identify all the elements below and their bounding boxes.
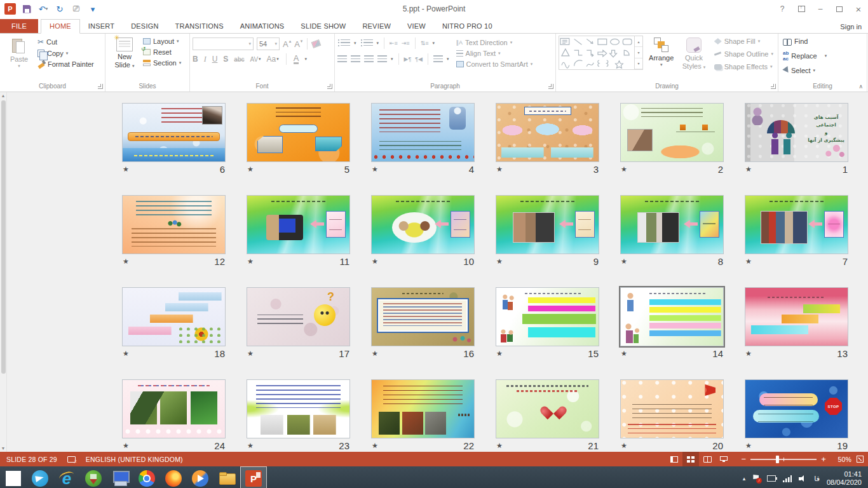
- shapes-scroll-down-icon[interactable]: ▾: [635, 47, 642, 58]
- collapse-ribbon-icon[interactable]: ∧: [858, 83, 863, 90]
- shapes-gallery[interactable]: ▴ ▾ ▾: [559, 36, 643, 70]
- zoom-level[interactable]: 50%: [832, 456, 851, 463]
- fit-to-window-button[interactable]: [851, 452, 868, 466]
- slide-6-thumbnail[interactable]: [122, 103, 226, 162]
- line-spacing-icon[interactable]: ⇅≡: [421, 40, 429, 46]
- ribbon-display-options-icon[interactable]: [792, 0, 811, 18]
- bullets-icon[interactable]: [341, 39, 350, 47]
- justify-icon[interactable]: [377, 55, 387, 63]
- zoom-slider[interactable]: [750, 459, 817, 460]
- tab-review[interactable]: REVIEW: [354, 20, 399, 33]
- normal-view-button[interactable]: [666, 452, 682, 466]
- redo-icon[interactable]: ↻: [53, 3, 66, 15]
- undo-icon[interactable]: ↶▾: [37, 3, 50, 15]
- tab-view[interactable]: VIEW: [399, 20, 434, 33]
- slide-14-thumbnail[interactable]: [620, 287, 724, 346]
- slide-13-thumbnail[interactable]: [745, 287, 848, 346]
- scroll-up-icon[interactable]: ▲: [1, 92, 6, 99]
- scroll-down-icon[interactable]: ▼: [1, 445, 6, 452]
- tab-slide-show[interactable]: SLIDE SHOW: [292, 20, 354, 33]
- network-signal-icon[interactable]: [783, 475, 792, 482]
- slide-3-thumbnail[interactable]: [496, 103, 599, 162]
- font-dialog-launcher[interactable]: [327, 84, 332, 89]
- taskbar-telegram-button[interactable]: [27, 466, 53, 488]
- arrange-button[interactable]: Arrange▾: [647, 36, 675, 67]
- font-name-combo[interactable]: ▾: [193, 37, 254, 50]
- find-button[interactable]: Find: [781, 37, 829, 46]
- bold-button[interactable]: B: [193, 55, 198, 64]
- shape-outline-button[interactable]: Shape Outline▾: [712, 50, 775, 58]
- slide-8-thumbnail[interactable]: [620, 195, 724, 254]
- change-case-button[interactable]: Aa▾: [267, 55, 279, 64]
- save-icon[interactable]: [20, 3, 33, 15]
- zoom-slider-thumb[interactable]: [776, 456, 779, 463]
- text-direction-button[interactable]: ∥AText Direction▾: [454, 38, 535, 47]
- taskbar-firefox-button[interactable]: [160, 466, 187, 488]
- slide-22-thumbnail[interactable]: [371, 379, 475, 438]
- drawing-dialog-launcher[interactable]: [771, 84, 776, 89]
- slide-17-thumbnail[interactable]: [247, 287, 350, 346]
- clock[interactable]: 01:41 08/04/2020: [827, 470, 862, 487]
- slide-sorter-view-button[interactable]: [682, 452, 699, 466]
- align-center-icon[interactable]: [351, 55, 360, 63]
- slide-19-thumbnail[interactable]: STOP: [745, 379, 848, 438]
- slide-16-thumbnail[interactable]: [371, 287, 475, 346]
- shapes-scroll-up-icon[interactable]: ▴: [635, 36, 642, 47]
- paste-button[interactable]: Paste▾: [3, 36, 36, 69]
- slide-5-thumbnail[interactable]: [247, 103, 350, 162]
- slide-10-thumbnail[interactable]: [371, 195, 475, 254]
- decrease-indent-icon[interactable]: ⇤≡: [390, 40, 398, 46]
- taskbar-chrome-button[interactable]: [133, 466, 160, 488]
- slide-9-thumbnail[interactable]: [496, 195, 599, 254]
- slide-2-thumbnail[interactable]: [620, 103, 724, 162]
- slide-20-thumbnail[interactable]: [620, 379, 724, 438]
- paragraph-dialog-launcher[interactable]: [548, 84, 553, 89]
- tab-insert[interactable]: INSERT: [80, 20, 123, 33]
- section-button[interactable]: Section▾: [141, 58, 183, 67]
- help-icon[interactable]: ?: [773, 0, 792, 18]
- underline-button[interactable]: U: [212, 55, 218, 64]
- ltr-direction-icon[interactable]: ▶¶: [404, 56, 412, 62]
- taskbar-wmp-button[interactable]: [187, 466, 214, 488]
- new-slide-button[interactable]: NewSlide ▾: [108, 36, 141, 70]
- columns-icon[interactable]: [433, 55, 443, 63]
- slide-1-thumbnail[interactable]: آسیب های اجتماعی و پیشگیری از آنها: [745, 103, 848, 162]
- taskbar-powerpoint-button[interactable]: P: [240, 466, 267, 488]
- spell-check-icon[interactable]: [67, 456, 76, 463]
- strikethrough-button[interactable]: abc: [234, 56, 244, 63]
- tab-nitro-pro-10[interactable]: NITRO PRO 10: [434, 20, 501, 33]
- taskbar-ie-button[interactable]: e: [53, 466, 80, 488]
- tab-file[interactable]: FILE: [0, 19, 38, 33]
- battery-icon[interactable]: [767, 475, 776, 482]
- zoom-in-button[interactable]: +: [821, 455, 826, 463]
- slide-show-button[interactable]: [715, 452, 732, 466]
- taskbar-start-button[interactable]: [0, 466, 27, 488]
- zoom-out-button[interactable]: −: [741, 455, 746, 463]
- slide-18-thumbnail[interactable]: [122, 287, 226, 346]
- reading-view-button[interactable]: [699, 452, 715, 466]
- tab-animations[interactable]: ANIMATIONS: [232, 20, 293, 33]
- character-spacing-button[interactable]: AV▾: [250, 56, 261, 63]
- shape-fill-button[interactable]: Shape Fill▾: [712, 37, 775, 46]
- tab-transitions[interactable]: TRANSITIONS: [167, 20, 232, 33]
- slide-4-thumbnail[interactable]: [371, 103, 475, 162]
- vertical-scrollbar[interactable]: ▲ ▼: [0, 92, 7, 452]
- layout-button[interactable]: Layout▾: [141, 37, 183, 46]
- increase-indent-icon[interactable]: ⇥≡: [402, 40, 410, 46]
- close-icon[interactable]: ×: [849, 0, 868, 18]
- shadow-button[interactable]: S: [223, 55, 228, 64]
- minimize-icon[interactable]: –: [811, 0, 830, 18]
- action-center-flag-icon[interactable]: [752, 475, 760, 482]
- grow-font-button[interactable]: A▴: [283, 39, 291, 49]
- convert-to-smartart-button[interactable]: Convert to SmartArt▾: [454, 60, 535, 69]
- volume-icon[interactable]: [799, 475, 807, 482]
- shape-effects-button[interactable]: Shape Effects▾: [712, 62, 775, 71]
- cut-button[interactable]: ✂Cut: [36, 37, 96, 47]
- taskbar-idm-button[interactable]: [80, 466, 107, 488]
- clear-formatting-button[interactable]: [312, 41, 320, 47]
- numbering-icon[interactable]: [363, 39, 373, 47]
- align-left-icon[interactable]: [337, 55, 347, 63]
- input-language-indicator[interactable]: فا: [814, 475, 820, 483]
- slide-24-thumbnail[interactable]: [122, 379, 226, 438]
- align-text-button[interactable]: Align Text▾: [454, 49, 535, 58]
